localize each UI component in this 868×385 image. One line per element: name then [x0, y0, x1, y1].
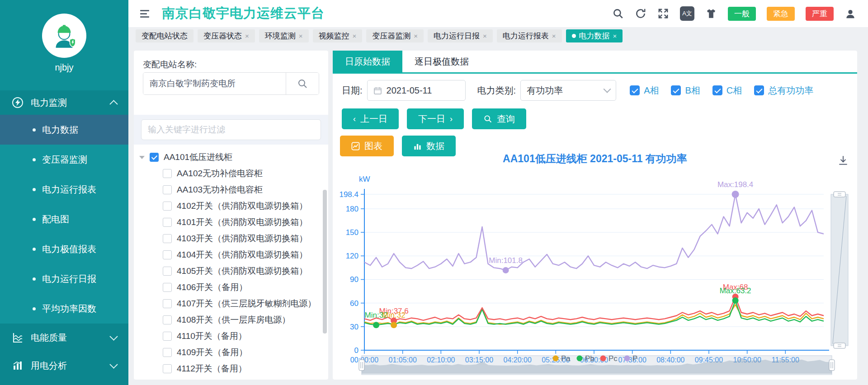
tab-close-icon[interactable]: × — [299, 32, 303, 40]
h-datazoom-slider[interactable] — [359, 356, 835, 375]
phase-checkbox-item[interactable]: B相 — [671, 85, 700, 97]
tree-checkbox[interactable] — [163, 218, 172, 227]
tree-checkbox[interactable] — [163, 332, 172, 341]
svg-text:198.4: 198.4 — [339, 190, 359, 199]
alarm-badge-urgent[interactable]: 紧急 — [767, 7, 795, 21]
phase-checkbox-item[interactable]: C相 — [712, 85, 742, 97]
svg-text:30: 30 — [350, 323, 359, 331]
tree-root-row[interactable]: AA101低压进线柜 — [139, 149, 322, 165]
tree-checkbox[interactable] — [163, 299, 172, 308]
avatar[interactable] — [42, 14, 86, 58]
checkbox-checked-icon[interactable] — [754, 85, 764, 95]
power-quality-icon — [12, 332, 24, 343]
theme-shirt-icon[interactable] — [705, 8, 717, 19]
tab-close-icon[interactable]: × — [245, 32, 249, 40]
tree-checkbox[interactable] — [163, 202, 172, 211]
next-day-button[interactable]: 下一日 › — [407, 108, 464, 129]
page-tab[interactable]: 环境监测 × — [259, 29, 309, 42]
tree-checkbox[interactable] — [163, 250, 172, 259]
tab-label: 电力数据 — [579, 31, 610, 41]
tree-item-label: 4107开关（供三层脱牙敏糊剂电源） — [177, 298, 316, 310]
data-tab[interactable]: 逐日极值数据 — [402, 51, 481, 72]
sidebar-item-usage-analysis[interactable]: 用电分析 — [0, 352, 128, 380]
tree-checkbox[interactable] — [163, 283, 172, 292]
page-tab[interactable]: 变压器监测 × — [366, 29, 424, 42]
tree-checkbox[interactable] — [163, 364, 172, 373]
translate-icon[interactable]: A文 — [680, 6, 694, 21]
tree-row[interactable]: 4104开关（供消防双电源切换箱） — [163, 247, 322, 263]
tree-scrollbar[interactable] — [323, 190, 327, 333]
sidebar-item-label: 用电分析 — [31, 360, 67, 372]
search-icon[interactable] — [612, 8, 624, 19]
sidebar-subitem[interactable]: 平均功率因数 — [0, 294, 128, 324]
sidebar-subitem[interactable]: 配电图 — [0, 204, 128, 234]
sidebar-subitem[interactable]: 电力数据 — [0, 115, 128, 145]
page-tab[interactable]: 变压器状态 × — [198, 29, 255, 42]
date-picker[interactable]: 2021-05-11 — [367, 80, 466, 101]
tree-checkbox[interactable] — [163, 185, 172, 194]
tree-checkbox-checked[interactable] — [150, 153, 159, 162]
refresh-icon[interactable] — [635, 8, 646, 19]
sidebar-subitem[interactable]: 电力运行日报 — [0, 264, 128, 294]
tree-row[interactable]: 4107开关（供三层脱牙敏糊剂电源） — [163, 296, 322, 312]
checkbox-checked-icon[interactable] — [671, 85, 681, 95]
tab-close-icon[interactable]: × — [414, 32, 418, 40]
page-tab[interactable]: 电力数据 × — [566, 29, 623, 42]
tree-row[interactable]: 4101开关（供消防双电源切换箱） — [163, 214, 322, 230]
page-tab[interactable]: 电力运行日报 × — [428, 29, 493, 42]
caret-down-icon[interactable] — [139, 156, 145, 159]
sidebar-subitem[interactable]: 电力极值报表 — [0, 234, 128, 264]
tab-close-icon[interactable]: × — [613, 32, 617, 40]
fullscreen-icon[interactable] — [657, 8, 669, 19]
alarm-badge-normal[interactable]: 一般 — [728, 7, 756, 21]
page-tab[interactable]: 变配电站状态 × — [136, 29, 193, 42]
category-select[interactable]: 有功功率 — [520, 80, 616, 101]
tree-row[interactable]: 4109开关（备用） — [163, 344, 322, 361]
tree-row[interactable]: 4103开关（供消防双电源切换箱） — [163, 230, 322, 247]
v-datazoom-slider[interactable] — [831, 192, 848, 348]
tree-checkbox[interactable] — [163, 315, 172, 324]
tree-row[interactable]: 4111开关（备用） — [163, 377, 322, 380]
tree-row[interactable]: AA103无功补偿电容柜 — [163, 182, 322, 198]
tree-row[interactable]: 4108开关（供一层库房电源） — [163, 312, 322, 328]
tree-checkbox[interactable] — [163, 169, 172, 178]
tree-row[interactable]: 4102开关（供消防双电源切换箱） — [163, 198, 322, 214]
tree-row[interactable]: 4105开关（供消防双电源切换箱） — [163, 263, 322, 279]
tree-filter-input[interactable] — [141, 119, 321, 140]
station-search-input[interactable] — [143, 73, 286, 94]
sidebar-subitem[interactable]: 电力运行报表 — [0, 174, 128, 204]
prev-day-button[interactable]: ‹ 上一日 — [342, 108, 399, 129]
tree-checkbox[interactable] — [163, 267, 172, 276]
checkbox-checked-icon[interactable] — [712, 85, 722, 95]
tree-row[interactable]: 4106开关（备用） — [163, 279, 322, 296]
query-button[interactable]: 查询 — [472, 108, 526, 129]
phase-checkbox-item[interactable]: 总有功功率 — [754, 85, 813, 97]
alarm-badge-critical[interactable]: 严重 — [806, 7, 834, 21]
tab-close-icon[interactable]: × — [552, 32, 556, 40]
tree-row[interactable]: 4110开关（备用） — [163, 328, 322, 344]
chevron-down-icon — [604, 85, 611, 93]
sidebar-item-event-log[interactable]: 事件记录 — [0, 380, 128, 385]
sidebar-subitem-label: 配电图 — [42, 213, 69, 225]
tree-item-label: 4108开关（供一层库房电源） — [177, 314, 290, 326]
tree-row[interactable]: AA102无功补偿电容柜 — [163, 165, 322, 182]
tree-row[interactable]: 4112开关（备用） — [163, 361, 322, 377]
user-icon[interactable] — [844, 8, 856, 19]
sidebar-subitem[interactable]: 变压器监测 — [0, 145, 128, 174]
page-tab[interactable]: 电力运行报表 × — [497, 29, 562, 42]
collapse-menu-icon[interactable] — [140, 10, 149, 18]
chart-view-button[interactable]: 图表 — [340, 136, 394, 156]
sidebar-item-power-monitor[interactable]: 电力监测 — [0, 90, 128, 115]
tree-checkbox[interactable] — [163, 234, 172, 243]
tab-close-icon[interactable]: × — [353, 32, 357, 40]
tab-close-icon[interactable]: × — [483, 32, 487, 40]
tree-checkbox[interactable] — [163, 348, 172, 357]
phase-checkbox-item[interactable]: A相 — [630, 85, 659, 97]
sidebar-item-power-quality[interactable]: 电能质量 — [0, 324, 128, 352]
data-tab[interactable]: 日原始数据 — [333, 51, 402, 72]
tree-item-label: 4112开关（备用） — [177, 363, 247, 375]
data-view-button[interactable]: 数据 — [402, 136, 456, 156]
page-tab[interactable]: 视频监控 × — [313, 29, 363, 42]
checkbox-checked-icon[interactable] — [630, 85, 640, 95]
station-search-button[interactable] — [286, 73, 319, 94]
